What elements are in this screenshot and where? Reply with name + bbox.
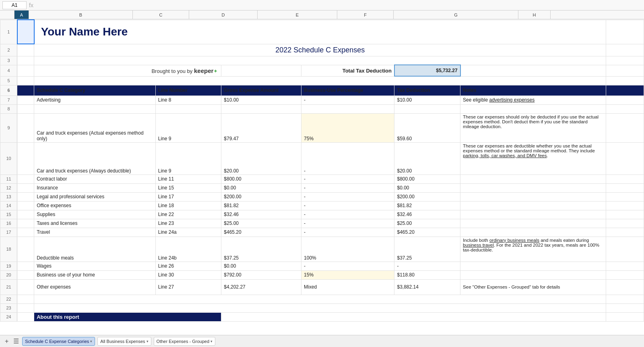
cell-gross-11[interactable]: $800.00 bbox=[221, 175, 301, 183]
cell-line-14[interactable]: Line 18 bbox=[155, 201, 221, 210]
col-header-b[interactable]: B bbox=[29, 10, 133, 19]
cell-line-17[interactable]: Line 24a bbox=[155, 228, 221, 237]
cell-category-18[interactable]: Deductible meals bbox=[34, 237, 156, 262]
tab-other-expenses[interactable]: Other Expenses - Grouped ▾ bbox=[154, 337, 215, 346]
cell-biz-16[interactable]: - bbox=[301, 219, 394, 228]
cell-line-21[interactable]: Line 27 bbox=[155, 279, 221, 295]
cell-line-13[interactable]: Line 17 bbox=[155, 192, 221, 201]
table-row: 24 About this report bbox=[0, 312, 644, 321]
cell-gross-12[interactable]: $0.00 bbox=[221, 183, 301, 192]
tab-all-business[interactable]: All Business Expenses ▾ bbox=[97, 337, 151, 346]
cell-gross-15[interactable]: $32.46 bbox=[221, 210, 301, 219]
cell-line-19[interactable]: Line 26 bbox=[155, 262, 221, 270]
cell-h23 bbox=[606, 303, 644, 312]
cell-reference[interactable]: A1 bbox=[2, 1, 27, 9]
tab-menu-button[interactable]: ☰ bbox=[12, 337, 20, 345]
col-header-h[interactable]: H bbox=[518, 10, 551, 19]
cell-category-14[interactable]: Office expenses bbox=[34, 201, 156, 210]
formula-input[interactable] bbox=[36, 1, 642, 9]
cell-line-12[interactable]: Line 15 bbox=[155, 183, 221, 192]
header-gross-expense: Gross Expense Amount bbox=[221, 85, 301, 96]
cell-category-9[interactable]: Car and truck expenses (Actual expenses … bbox=[34, 113, 156, 142]
col-header-d[interactable]: D bbox=[189, 10, 258, 19]
cell-biz-10[interactable]: - bbox=[301, 142, 394, 175]
cell-line-18[interactable]: Line 24b bbox=[155, 237, 221, 262]
cell-tax-19[interactable]: - bbox=[394, 262, 460, 270]
cell-category-20[interactable]: Business use of your home bbox=[34, 270, 156, 279]
cell-biz-11[interactable]: - bbox=[301, 175, 394, 183]
cell-tax-16[interactable]: $25.00 bbox=[394, 219, 460, 228]
cell-biz-20[interactable]: 15% bbox=[301, 270, 394, 279]
col-header-e[interactable]: E bbox=[258, 10, 337, 19]
cell-a1[interactable] bbox=[17, 20, 34, 44]
add-tab-button[interactable]: + bbox=[3, 338, 10, 345]
row-1: 1 Your Name Here bbox=[0, 20, 644, 44]
cell-tax-11[interactable]: $800.00 bbox=[394, 175, 460, 183]
cell-category-12[interactable]: Insurance bbox=[34, 183, 156, 192]
cell-line-11[interactable]: Line 11 bbox=[155, 175, 221, 183]
cell-tax-12[interactable]: $0.00 bbox=[394, 183, 460, 192]
cell-line-10[interactable]: Line 9 bbox=[155, 142, 221, 175]
cell-category-19[interactable]: Wages bbox=[34, 262, 156, 270]
cell-tax-17[interactable]: $465.20 bbox=[394, 228, 460, 237]
cell-category-13[interactable]: Legal and professional services bbox=[34, 192, 156, 201]
cell-category-7[interactable]: Advertising bbox=[34, 96, 156, 104]
cell-tax-14[interactable]: $81.82 bbox=[394, 201, 460, 210]
cell-gross-18[interactable]: $37.25 bbox=[221, 237, 301, 262]
cell-biz-17[interactable]: - bbox=[301, 228, 394, 237]
cell-biz-18[interactable]: 100% bbox=[301, 237, 394, 262]
cell-gross-16[interactable]: $25.00 bbox=[221, 219, 301, 228]
cell-tax-7[interactable]: $10.00 bbox=[394, 96, 460, 104]
cell-category-21[interactable]: Other expenses bbox=[34, 279, 156, 295]
fx-label: fx bbox=[29, 2, 33, 8]
cell-category-15[interactable]: Supplies bbox=[34, 210, 156, 219]
cell-line-7[interactable]: Line 8 bbox=[155, 96, 221, 104]
cell-tax-9[interactable]: $59.60 bbox=[394, 113, 460, 142]
cell-gross-19[interactable]: $0.00 bbox=[221, 262, 301, 270]
row-num-4: 4 bbox=[0, 65, 17, 76]
cell-line-16[interactable]: Line 23 bbox=[155, 219, 221, 228]
cell-gross-13[interactable]: $200.00 bbox=[221, 192, 301, 201]
cell-biz-12[interactable]: - bbox=[301, 183, 394, 192]
cell-biz-7[interactable]: - bbox=[301, 96, 394, 104]
cell-line-15[interactable]: Line 22 bbox=[155, 210, 221, 219]
cell-tax-13[interactable]: $200.00 bbox=[394, 192, 460, 201]
cell-gross-14[interactable]: $81.82 bbox=[221, 201, 301, 210]
cell-tax-18[interactable]: $37.25 bbox=[394, 237, 460, 262]
cell-tax-20[interactable]: $118.80 bbox=[394, 270, 460, 279]
cell-row5 bbox=[34, 76, 606, 85]
grid-scroll-area[interactable]: 1 Your Name Here 2 2022 Schedule C Expen… bbox=[0, 19, 644, 335]
cell-notes-10: These car expenses are deductible whethe… bbox=[460, 142, 606, 175]
advertising-link[interactable]: advertising expenses bbox=[489, 97, 535, 103]
cell-category-10[interactable]: Car and truck expenses (Always deductibl… bbox=[34, 142, 156, 175]
cell-biz-9[interactable]: 75% bbox=[301, 113, 394, 142]
col-header-f[interactable]: F bbox=[337, 10, 394, 19]
cell-row23 bbox=[34, 303, 606, 312]
cell-gross-7[interactable]: $10.00 bbox=[221, 96, 301, 104]
cell-tax-10[interactable]: $20.00 bbox=[394, 142, 460, 175]
cell-h21 bbox=[606, 279, 644, 295]
cell-tax-21[interactable]: $3,882.14 bbox=[394, 279, 460, 295]
cell-biz-15[interactable]: - bbox=[301, 210, 394, 219]
cell-gross-20[interactable]: $792.00 bbox=[221, 270, 301, 279]
cell-gross-17[interactable]: $465.20 bbox=[221, 228, 301, 237]
cell-gross-21[interactable]: $4,202.27 bbox=[221, 279, 301, 295]
tab-schedule-c[interactable]: Schedule C Expense Categories ▾ bbox=[22, 337, 95, 346]
cell-biz-14[interactable]: - bbox=[301, 201, 394, 210]
col-header-c[interactable]: C bbox=[133, 10, 189, 19]
cell-category-16[interactable]: Taxes and licenses bbox=[34, 219, 156, 228]
cell-category-17[interactable]: Travel bbox=[34, 228, 156, 237]
col-header-g[interactable]: G bbox=[394, 10, 518, 19]
cell-biz-21[interactable]: Mixed bbox=[301, 279, 394, 295]
cell-gross-9[interactable]: $79.47 bbox=[221, 113, 301, 142]
cell-biz-13[interactable]: - bbox=[301, 192, 394, 201]
total-tax-value-cell[interactable]: $5,732.27 bbox=[394, 65, 460, 76]
cell-a23 bbox=[17, 303, 34, 312]
cell-tax-15[interactable]: $32.46 bbox=[394, 210, 460, 219]
cell-category-11[interactable]: Contract labor bbox=[34, 175, 156, 183]
cell-gross-10[interactable]: $20.00 bbox=[221, 142, 301, 175]
col-header-a[interactable]: A bbox=[14, 10, 29, 19]
cell-biz-19[interactable]: - bbox=[301, 262, 394, 270]
cell-line-9[interactable]: Line 9 bbox=[155, 113, 221, 142]
cell-line-20[interactable]: Line 30 bbox=[155, 270, 221, 279]
